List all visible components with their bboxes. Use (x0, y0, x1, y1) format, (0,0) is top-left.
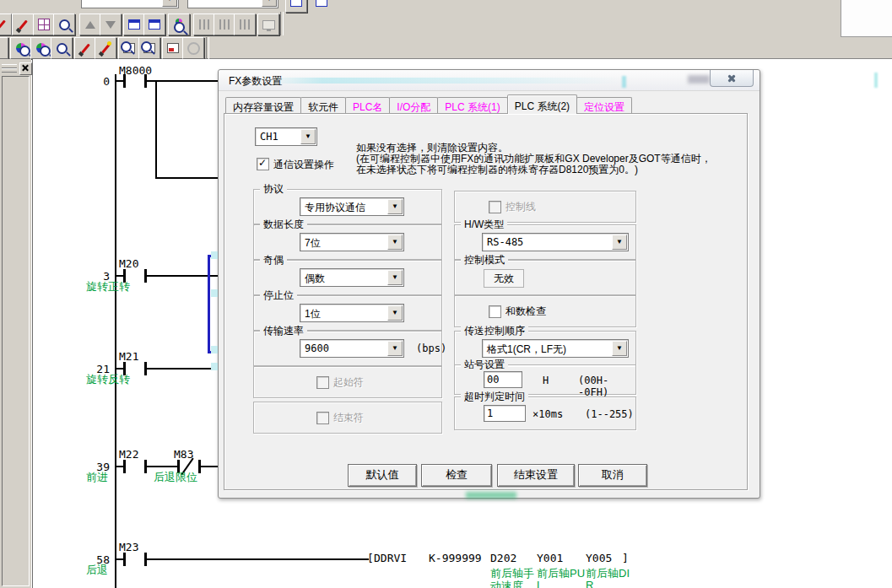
tab-io-assignment[interactable]: I/O分配 (389, 97, 438, 114)
chevron-down-icon[interactable]: ▼ (387, 270, 403, 285)
channel-value: CH1 (260, 131, 278, 143)
tab-memory-capacity[interactable]: 内存容量设置 (225, 97, 301, 114)
protocol-select[interactable]: 专用协议通信 ▼ (300, 197, 404, 216)
channel-select[interactable]: CH1 ▼ (255, 127, 317, 146)
panel-close-button[interactable] (19, 62, 32, 75)
timeout-range: (1--255) (585, 408, 634, 420)
contact-M23[interactable] (123, 553, 147, 566)
data-length-select[interactable]: 7位 ▼ (300, 233, 404, 251)
edit-pencil-button[interactable] (0, 13, 12, 35)
toolbar-combobox-left[interactable]: ▼ (81, 0, 179, 8)
branch-wire (155, 177, 218, 179)
finish-setting-button-label: 结束设置 (514, 468, 558, 481)
chevron-down-icon[interactable]: ▼ (300, 129, 316, 144)
timeout-group: 超时判定时间 1 ×10ms (1--255) (454, 396, 636, 430)
stop-bit-label: 停止位 (260, 289, 297, 301)
power-rail (115, 74, 116, 588)
hw-type-select[interactable]: RS-485 ▼ (482, 233, 629, 251)
finish-setting-button[interactable]: 结束设置 (497, 464, 575, 487)
timeout-input[interactable]: 1 (484, 405, 526, 422)
instruction-opcode: DDRVI (374, 552, 407, 564)
control-mode-value-box: 无效 (484, 269, 524, 288)
magnifier-icon (121, 41, 132, 52)
transmission-select[interactable]: 格式1(CR，LF无) ▼ (482, 339, 629, 358)
chevron-down-icon[interactable]: ▼ (387, 305, 403, 321)
parity-label: 奇偶 (260, 254, 287, 266)
default-button[interactable]: 默认值 (348, 464, 417, 487)
partial-tool-button[interactable] (0, 37, 8, 59)
color-search-button[interactable] (10, 37, 32, 59)
check-button[interactable]: 检查 (421, 464, 492, 487)
tab-label: 软元件 (308, 101, 338, 113)
stop-bit-select[interactable]: 1位 ▼ (300, 304, 404, 322)
instruction-close-bracket: ] (622, 552, 629, 564)
comment-edit-button[interactable] (74, 37, 96, 59)
parity-select[interactable]: 偶数 ▼ (300, 268, 404, 287)
zoom-window-out-button[interactable] (123, 13, 145, 35)
window-grid-icon (38, 19, 50, 30)
zoom-window-in-button[interactable] (143, 13, 165, 35)
magnifier-icon (141, 41, 152, 52)
tab-plc-system-1[interactable]: PLC 系统(1) (437, 97, 507, 114)
tab-plc-system-2[interactable]: PLC 系统(2) (507, 94, 577, 114)
cancel-button[interactable]: 取消 (578, 464, 647, 487)
edit-symbol-pencil-button[interactable] (12, 13, 34, 35)
device-comment: 旋转反转 (86, 372, 130, 387)
program-grid-button[interactable] (33, 13, 55, 35)
monitor-icon (262, 20, 275, 30)
toolbar-partial-button-1[interactable] (285, 0, 307, 13)
render-artifact (269, 78, 624, 84)
window-arrow-icon (167, 43, 179, 53)
clock-monitor-zoom-button[interactable] (53, 13, 75, 35)
sum-check-checkbox[interactable] (489, 305, 501, 318)
tab-label: I/O分配 (397, 101, 430, 113)
window-switch-button[interactable] (162, 37, 184, 59)
control-line-checkbox (489, 201, 501, 213)
chevron-down-icon[interactable]: ▼ (262, 0, 277, 7)
tab-device[interactable]: 软元件 (300, 97, 346, 114)
dialog-tabstrip: 内存容量设置 软元件 PLC名 I/O分配 PLC 系统(1) PLC 系统(2… (225, 95, 631, 114)
circle-icon (187, 42, 200, 55)
text-search-button[interactable] (51, 37, 73, 59)
parity-value: 偶数 (305, 272, 325, 286)
dialog-close-button[interactable] (710, 70, 754, 87)
toolbar-combobox-right[interactable]: ▼ (187, 0, 278, 8)
dialog-titlebar[interactable]: FX参数设置 (219, 70, 760, 91)
contact-M22[interactable] (123, 460, 147, 473)
step-up-button (79, 13, 101, 35)
check-button-label: 检查 (446, 468, 468, 481)
lines-icon (240, 19, 251, 30)
baud-rate-label: 传输速率 (260, 325, 307, 337)
window-icon (316, 0, 327, 7)
instruction-operand: K-999999 (429, 552, 482, 564)
chevron-down-icon[interactable]: ▼ (387, 199, 403, 214)
header-label: 起始符 (333, 375, 364, 390)
station-number-suffix: H (543, 375, 549, 386)
device-label: M21 (119, 350, 138, 363)
step-down-button (100, 13, 122, 35)
station-number-input[interactable]: 00 (484, 371, 522, 388)
plc-system2-tabpage: CH1 ▼ 通信设置操作 如果没有选择，则清除设置内容。 (在可编程控制器中使用… (224, 113, 748, 490)
device-search-button[interactable] (30, 37, 52, 59)
comm-operation-checkbox[interactable] (257, 158, 269, 170)
tab-plc-name[interactable]: PLC名 (345, 97, 390, 114)
device-comment: 后退 (86, 563, 108, 578)
chevron-down-icon[interactable]: ▼ (162, 0, 177, 7)
chevron-down-icon[interactable]: ▼ (612, 235, 627, 250)
statement-edit-button[interactable] (95, 37, 116, 59)
monitor-search-button[interactable] (168, 13, 190, 35)
station-number-value: 00 (487, 374, 499, 386)
panel-grip[interactable] (2, 68, 17, 73)
monitor-display-button (257, 13, 279, 35)
chevron-down-icon[interactable]: ▼ (387, 341, 403, 356)
toolbar-partial-button-2[interactable] (311, 0, 332, 13)
panel-body (2, 76, 30, 586)
baud-rate-select[interactable]: 9600 ▼ (300, 339, 404, 358)
magnifier-icon (174, 22, 185, 33)
tab-positioning[interactable]: 定位设置 (576, 97, 632, 114)
chevron-down-icon[interactable]: ▼ (612, 341, 627, 356)
device-zoom-2-button[interactable] (138, 37, 160, 59)
chevron-down-icon[interactable]: ▼ (387, 235, 403, 250)
magnifier-icon (40, 46, 51, 57)
device-zoom-1-button[interactable] (118, 37, 140, 59)
